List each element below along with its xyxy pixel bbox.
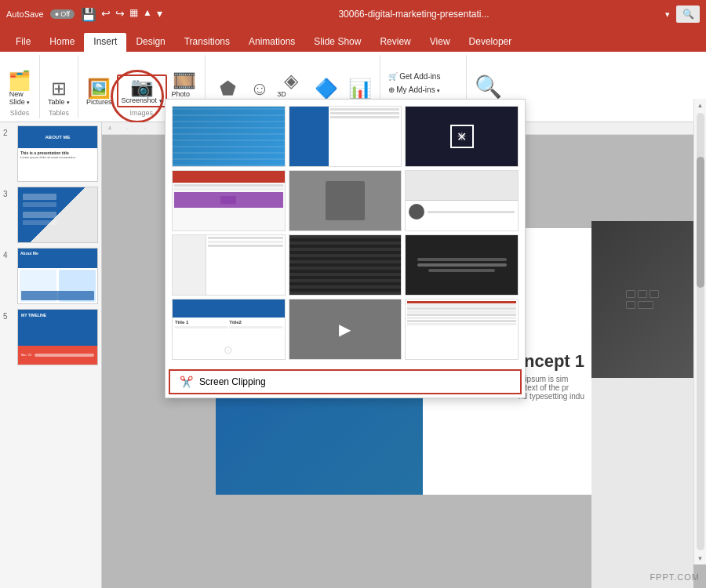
popup-thumb-2[interactable] <box>289 106 402 167</box>
right-panel <box>591 221 693 588</box>
lorem-line-2: n text of the pr <box>519 383 584 392</box>
photo-album-icon: 🎞️ <box>173 71 196 90</box>
popup-thumb-10[interactable]: Title 1 Title2 ⊙ <box>172 299 286 360</box>
shapes-icon: ⬟ <box>220 79 236 98</box>
icons-icon: ☺ <box>250 79 270 98</box>
popup-thumb-1[interactable] <box>172 106 286 167</box>
popup-thumb-6[interactable] <box>405 170 519 231</box>
screen-clipping-button[interactable]: ✂️ Screen Clipping <box>169 369 522 394</box>
smartart-icon: 🔷 <box>315 79 338 98</box>
new-slide-button[interactable]: 🗂️ NewSlide ▾ <box>5 70 35 107</box>
redo-icon[interactable]: ↪ <box>115 7 125 22</box>
scroll-down-button[interactable]: ▼ <box>695 552 706 564</box>
tab-review[interactable]: Review <box>370 33 420 52</box>
group-tables-label: Tables <box>45 107 73 117</box>
window-title: 30066-digital-marketing-presentati... <box>169 9 659 20</box>
tab-transitions[interactable]: Transitions <box>175 33 239 52</box>
popup-thumb-12[interactable] <box>405 299 519 360</box>
lorem-line-1: n ipsum is sim <box>519 375 584 383</box>
ribbon-tabs: File Home Insert Design Transitions Anim… <box>0 28 706 52</box>
scroll-up-button[interactable]: ▲ <box>695 99 706 111</box>
search-icon: 🔍 <box>682 9 694 20</box>
my-addins-button[interactable]: ⊕ My Add-ins ▾ <box>385 85 443 95</box>
screen-clipping-label: Screen Clipping <box>199 376 266 387</box>
triangle-icon[interactable]: ▲ <box>143 7 152 22</box>
lorem-line-3: nd typesetting indu <box>519 392 584 401</box>
tab-home[interactable]: Home <box>40 33 84 52</box>
slide-thumb-3[interactable]: 3 <box>3 187 98 243</box>
title-dropdown-icon[interactable]: ▾ <box>665 9 670 20</box>
get-addins-button[interactable]: 🛒 Get Add-ins <box>385 71 443 82</box>
slide-panel: 2 ABOUT ME This is a presentation title … <box>0 122 102 588</box>
watermark: FPPT.COM <box>650 572 700 582</box>
tab-view[interactable]: View <box>420 33 460 52</box>
popup-thumb-7[interactable] <box>172 234 286 296</box>
tab-file[interactable]: File <box>6 33 40 52</box>
slide-thumb-5[interactable]: 5 MY TIMELINE Mar '23 <box>3 309 98 365</box>
pictures-button[interactable]: 🖼️ Pictures <box>83 78 115 107</box>
screenshot-icon: 📷 <box>130 78 154 96</box>
tab-developer[interactable]: Developer <box>460 33 522 52</box>
popup-thumb-5[interactable] <box>289 170 402 231</box>
slide-thumb-2[interactable]: 2 ABOUT ME This is a presentation title … <box>3 125 98 182</box>
group-slides-label: Slides <box>5 107 35 117</box>
screenshot-popup: ✕ <box>165 99 526 398</box>
popup-thumb-9[interactable] <box>405 234 519 296</box>
my-addins-icon: ⊕ <box>388 85 395 94</box>
zoom-icon: 🔍 <box>475 76 502 98</box>
new-slide-icon: 🗂️ <box>8 71 31 90</box>
autosave-toggle[interactable]: ●Off <box>50 9 75 19</box>
popup-thumb-4[interactable] <box>172 170 286 231</box>
popup-thumb-3[interactable]: ✕ <box>405 106 519 167</box>
keyboard-image <box>591 221 693 378</box>
customize-icon[interactable]: ▦ <box>129 7 138 22</box>
title-bar: AutoSave ●Off 💾 ↩ ↪ ▦ ▲ ▾ 30066-digital-… <box>0 0 706 28</box>
vertical-scrollbar: ▲ ▼ <box>693 99 706 564</box>
undo-icon[interactable]: ↩ <box>101 7 111 22</box>
table-button[interactable]: ⊞ Table ▾ <box>45 78 73 107</box>
3d-models-icon: ◈ <box>284 71 298 90</box>
screenshot-button[interactable]: 📷 Screenshot ▾ <box>117 74 167 107</box>
popup-thumb-8[interactable] <box>289 234 402 296</box>
addins-icon: 🛒 <box>388 72 398 81</box>
more-icon[interactable]: ▾ <box>157 7 162 22</box>
main-area: 2 ABOUT ME This is a presentation title … <box>0 122 706 588</box>
pictures-icon: 🖼️ <box>87 79 111 98</box>
table-icon: ⊞ <box>51 79 67 98</box>
chart-icon: 📊 <box>348 79 372 98</box>
tab-animations[interactable]: Animations <box>239 33 304 52</box>
tab-insert[interactable]: Insert <box>84 33 126 52</box>
quick-access-toolbar: 💾 ↩ ↪ ▦ ▲ ▾ <box>81 7 162 22</box>
save-icon[interactable]: 💾 <box>81 7 96 22</box>
scroll-thumb <box>697 157 704 288</box>
scroll-track[interactable] <box>697 113 704 550</box>
popup-thumbnail-grid: ✕ <box>166 100 525 366</box>
tab-design[interactable]: Design <box>126 33 174 52</box>
group-tables: ⊞ Table ▾ Tables <box>40 55 78 118</box>
group-slides: 🗂️ NewSlide ▾ Slides <box>0 55 40 118</box>
screen-clipping-icon: ✂️ <box>180 376 193 388</box>
autosave-label: AutoSave <box>6 9 44 19</box>
tab-slideshow[interactable]: Slide Show <box>304 33 370 52</box>
popup-thumb-11[interactable]: ▶ <box>289 299 402 360</box>
slide-thumb-4[interactable]: 4 About Me <box>3 248 98 304</box>
search-button[interactable]: 🔍 <box>676 5 700 23</box>
